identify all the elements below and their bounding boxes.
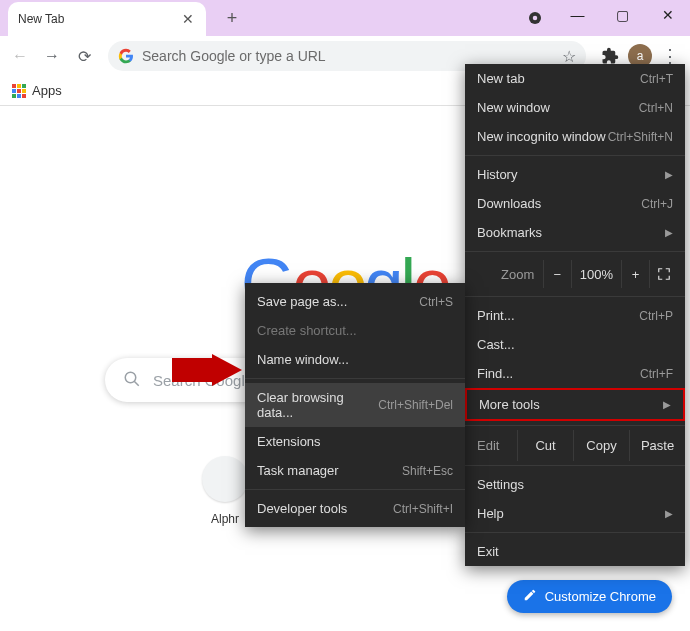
reload-button[interactable]: ⟳	[70, 42, 98, 70]
edit-paste[interactable]: Paste	[629, 430, 685, 461]
apps-shortcut[interactable]: Apps	[12, 83, 62, 98]
menu-help[interactable]: Help▶	[465, 499, 685, 528]
tab-title: New Tab	[18, 12, 180, 26]
submenu-extensions[interactable]: Extensions	[245, 427, 465, 456]
customize-chrome-button[interactable]: Customize Chrome	[507, 580, 672, 613]
submenu-task-manager[interactable]: Task managerShift+Esc	[245, 456, 465, 485]
svg-point-2	[125, 372, 136, 383]
minimize-button[interactable]: ―	[555, 0, 600, 30]
fullscreen-button[interactable]	[649, 260, 677, 288]
edit-copy[interactable]: Copy	[573, 430, 629, 461]
apps-label: Apps	[32, 83, 62, 98]
titlebar: New Tab ✕ + ― ▢ ✕	[0, 0, 690, 36]
customize-label: Customize Chrome	[545, 589, 656, 604]
zoom-value: 100%	[571, 260, 621, 288]
menu-history[interactable]: History▶	[465, 160, 685, 189]
menu-separator	[465, 251, 685, 252]
menu-separator	[245, 489, 465, 490]
profile-indicator-icon[interactable]	[525, 8, 545, 28]
pencil-icon	[523, 588, 537, 605]
menu-separator	[465, 155, 685, 156]
zoom-label: Zoom	[473, 267, 534, 282]
menu-new-tab[interactable]: New tabCtrl+T	[465, 64, 685, 93]
chevron-right-icon: ▶	[665, 508, 673, 519]
svg-marker-4	[172, 354, 242, 386]
menu-more-tools[interactable]: More tools▶	[465, 388, 685, 421]
more-tools-submenu: Save page as...Ctrl+S Create shortcut...…	[245, 283, 465, 527]
menu-separator	[465, 296, 685, 297]
search-icon	[123, 370, 141, 391]
menu-bookmarks[interactable]: Bookmarks▶	[465, 218, 685, 247]
chevron-right-icon: ▶	[665, 227, 673, 238]
menu-print[interactable]: Print...Ctrl+P	[465, 301, 685, 330]
apps-grid-icon	[12, 84, 26, 98]
menu-zoom-row: Zoom − 100% +	[465, 256, 685, 292]
zoom-out-button[interactable]: −	[543, 260, 571, 288]
menu-separator	[245, 378, 465, 379]
submenu-clear-browsing-data[interactable]: Clear browsing data...Ctrl+Shift+Del	[245, 383, 465, 427]
new-tab-button[interactable]: +	[220, 8, 244, 29]
annotation-arrow	[172, 354, 242, 390]
close-tab-icon[interactable]: ✕	[180, 11, 196, 27]
menu-separator	[465, 465, 685, 466]
edit-label: Edit	[465, 430, 517, 461]
edit-cut[interactable]: Cut	[517, 430, 573, 461]
submenu-name-window[interactable]: Name window...	[245, 345, 465, 374]
browser-tab[interactable]: New Tab ✕	[8, 2, 206, 36]
menu-find[interactable]: Find...Ctrl+F	[465, 359, 685, 388]
close-window-button[interactable]: ✕	[645, 0, 690, 30]
zoom-in-button[interactable]: +	[621, 260, 649, 288]
chevron-right-icon: ▶	[665, 169, 673, 180]
menu-new-window[interactable]: New windowCtrl+N	[465, 93, 685, 122]
submenu-create-shortcut[interactable]: Create shortcut...	[245, 316, 465, 345]
menu-downloads[interactable]: DownloadsCtrl+J	[465, 189, 685, 218]
shortcut-label: Alphr	[211, 512, 239, 526]
window-controls: ― ▢ ✕	[555, 0, 690, 30]
bookmark-star-icon[interactable]: ☆	[562, 47, 576, 66]
omnibox-placeholder: Search Google or type a URL	[142, 48, 554, 64]
main-menu: New tabCtrl+T New windowCtrl+N New incog…	[465, 64, 685, 566]
menu-new-incognito[interactable]: New incognito windowCtrl+Shift+N	[465, 122, 685, 151]
shortcut-favicon	[202, 456, 248, 502]
submenu-save-page[interactable]: Save page as...Ctrl+S	[245, 287, 465, 316]
menu-separator	[465, 425, 685, 426]
menu-settings[interactable]: Settings	[465, 470, 685, 499]
google-g-icon	[118, 48, 134, 64]
chevron-right-icon: ▶	[663, 399, 671, 410]
back-button[interactable]: ←	[6, 42, 34, 70]
maximize-button[interactable]: ▢	[600, 0, 645, 30]
menu-cast[interactable]: Cast...	[465, 330, 685, 359]
menu-exit[interactable]: Exit	[465, 537, 685, 566]
menu-separator	[465, 532, 685, 533]
forward-button[interactable]: →	[38, 42, 66, 70]
svg-line-3	[134, 381, 139, 386]
menu-edit-row: Edit Cut Copy Paste	[465, 430, 685, 461]
submenu-developer-tools[interactable]: Developer toolsCtrl+Shift+I	[245, 494, 465, 523]
svg-point-1	[533, 16, 538, 21]
